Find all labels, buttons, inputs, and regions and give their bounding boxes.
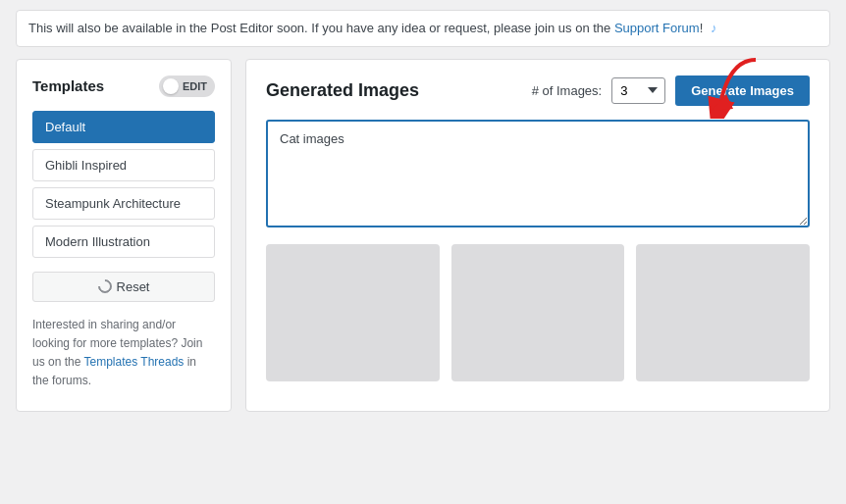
image-placeholder-3 — [636, 244, 810, 381]
edit-label: EDIT — [183, 80, 207, 92]
num-images-label: # of Images: — [532, 83, 603, 98]
template-item-modern[interactable]: Modern Illustration — [32, 226, 215, 258]
num-images-select[interactable]: 1 2 3 4 5 — [611, 77, 665, 104]
reset-label: Reset — [117, 279, 150, 294]
sidebar-footer: Interested in sharing and/or looking for… — [32, 316, 215, 391]
sidebar-header: Templates EDIT — [32, 76, 215, 97]
top-notice: This will also be available in the Post … — [16, 10, 830, 47]
image-placeholder-1 — [266, 244, 440, 381]
templates-threads-link[interactable]: Templates Threads — [84, 355, 185, 369]
support-forum-link[interactable]: Support Forum — [614, 21, 700, 35]
image-grid — [266, 244, 810, 381]
main-content: Generated Images # of Images: 1 2 3 4 5 … — [245, 59, 830, 412]
notice-text: This will also be available in the Post … — [28, 21, 614, 35]
template-label-ghibli: Ghibli Inspired — [45, 158, 127, 173]
main-header: Generated Images # of Images: 1 2 3 4 5 … — [266, 76, 810, 106]
template-item-steampunk[interactable]: Steampunk Architecture — [32, 187, 215, 220]
sidebar: Templates EDIT Default Ghibli Inspired S… — [16, 59, 232, 412]
generate-images-button[interactable]: Generate Images — [675, 76, 810, 106]
template-label-steampunk: Steampunk Architecture — [45, 196, 181, 211]
prompt-textarea[interactable]: Cat images — [266, 120, 810, 227]
music-icon: ♪ — [711, 21, 717, 35]
template-label-modern: Modern Illustration — [45, 234, 150, 249]
header-controls: # of Images: 1 2 3 4 5 Generate Images — [532, 76, 810, 106]
main-layout: Templates EDIT Default Ghibli Inspired S… — [16, 59, 830, 412]
reset-button[interactable]: Reset — [32, 272, 215, 302]
template-item-default[interactable]: Default — [32, 111, 215, 143]
main-title: Generated Images — [266, 80, 419, 101]
notice-suffix: ! — [700, 21, 704, 35]
reset-icon — [95, 277, 115, 296]
edit-toggle[interactable]: EDIT — [159, 76, 215, 97]
sidebar-title: Templates — [32, 77, 104, 94]
image-placeholder-2 — [451, 244, 625, 381]
template-label-default: Default — [45, 120, 85, 134]
toggle-knob — [163, 78, 179, 94]
template-list: Default Ghibli Inspired Steampunk Archit… — [32, 111, 215, 258]
template-item-ghibli[interactable]: Ghibli Inspired — [32, 149, 215, 181]
